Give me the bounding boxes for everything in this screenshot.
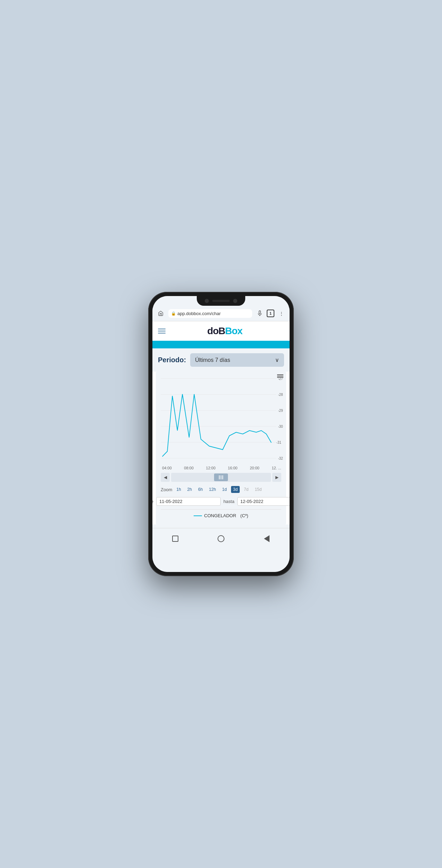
zoom-1d[interactable]: 1d — [220, 486, 229, 493]
phone-screen: 🔒 app.dobbox.com/char 1 ⋮ — [152, 296, 290, 572]
zoom-12h[interactable]: 12h — [207, 486, 218, 493]
from-date-input[interactable] — [156, 497, 221, 506]
svg-rect-0 — [259, 311, 261, 313]
svg-text:-29: -29 — [278, 409, 283, 413]
screen-content: 🔒 app.dobbox.com/char 1 ⋮ — [152, 296, 290, 572]
navigator: ◀ ▶ — [157, 471, 285, 484]
zoom-2h[interactable]: 2h — [185, 486, 194, 493]
x-axis-labels: 04:00 08:00 12:00 16:00 20:00 12. ... — [157, 465, 285, 471]
svg-text:-27: -27 — [278, 377, 283, 381]
square-nav-button[interactable] — [169, 532, 182, 545]
zoom-7d: 7d — [242, 486, 250, 493]
app-header: doBBox — [152, 321, 290, 341]
square-icon — [172, 536, 178, 542]
hamburger-menu[interactable] — [158, 329, 166, 333]
browser-bar: 🔒 app.dobbox.com/char 1 ⋮ — [152, 306, 290, 321]
x-label-4: 16:00 — [228, 466, 238, 470]
svg-text:-32: -32 — [278, 457, 283, 460]
nav-prev-button[interactable]: ◀ — [161, 473, 170, 482]
url-text: app.dobbox.com/char — [177, 311, 221, 316]
home-button[interactable] — [156, 309, 166, 318]
front-camera — [205, 299, 209, 303]
date-range-row: Desde hasta — [157, 495, 285, 508]
tab-count[interactable]: 1 — [267, 310, 274, 317]
triangle-icon — [264, 535, 269, 542]
legend-dash — [194, 515, 202, 516]
logo-b: B — [219, 326, 225, 336]
desde-label: Desde — [152, 499, 153, 504]
legend-item: CONGELADOR — [194, 513, 236, 518]
address-bar[interactable]: 🔒 app.dobbox.com/char — [168, 309, 252, 318]
period-label: Periodo: — [158, 356, 186, 364]
svg-text:-28: -28 — [278, 393, 283, 397]
lock-icon: 🔒 — [171, 311, 176, 316]
app-logo: doBBox — [166, 326, 284, 337]
nav-handle[interactable] — [214, 474, 228, 481]
logo-do: do — [207, 326, 218, 336]
period-select[interactable]: Últimos 7 días ∨ — [190, 353, 284, 367]
to-date-input[interactable] — [237, 497, 290, 506]
bottom-nav — [152, 528, 290, 549]
zoom-15d: 15d — [253, 486, 264, 493]
zoom-label: Zoom — [161, 487, 172, 492]
x-label-3: 12:00 — [206, 466, 216, 470]
chart-svg: -27 -28 -29 -30 -31 -32 — [157, 375, 285, 465]
chevron-down-icon: ∨ — [275, 357, 279, 363]
x-label-6: 12. ... — [272, 466, 281, 470]
sensor — [233, 299, 237, 303]
browser-actions: 1 ⋮ — [255, 309, 286, 318]
home-nav-button[interactable] — [215, 532, 227, 545]
circle-icon — [218, 535, 224, 542]
x-label-1: 04:00 — [162, 466, 172, 470]
notch — [197, 296, 245, 306]
phone-frame: 🔒 app.dobbox.com/char 1 ⋮ — [148, 292, 294, 576]
zoom-3d[interactable]: 3d — [231, 486, 240, 493]
back-nav-button[interactable] — [260, 532, 273, 545]
app-content: doBBox Periodo: Últimos 7 días ∨ — [152, 321, 290, 524]
svg-text:-30: -30 — [278, 425, 283, 428]
x-label-2: 08:00 — [184, 466, 194, 470]
cyan-banner — [152, 341, 290, 348]
legend-label: CONGELADOR — [204, 513, 236, 518]
legend-unit: (Cº) — [240, 513, 248, 518]
period-value: Últimos 7 días — [195, 357, 230, 363]
hasta-label: hasta — [223, 499, 235, 504]
speaker — [212, 300, 230, 302]
nav-handle-lines — [219, 475, 223, 479]
legend-row: CONGELADOR (Cº) — [161, 509, 281, 522]
x-label-5: 20:00 — [250, 466, 259, 470]
zoom-1h[interactable]: 1h — [174, 486, 183, 493]
chart-container: -27 -28 -29 -30 -31 -32 0 — [156, 372, 286, 524]
nav-track[interactable] — [171, 473, 271, 482]
microphone-button[interactable] — [255, 309, 265, 318]
svg-text:-31: -31 — [276, 441, 281, 444]
period-row: Periodo: Últimos 7 días ∨ — [152, 348, 290, 372]
logo-bbox: Box — [225, 326, 242, 336]
nav-next-button[interactable]: ▶ — [272, 473, 281, 482]
more-options-button[interactable]: ⋮ — [276, 309, 286, 318]
zoom-row: Zoom 1h 2h 6h 12h 1d 3d 7d 15d — [157, 484, 285, 495]
zoom-6h[interactable]: 6h — [196, 486, 205, 493]
chart-area: -27 -28 -29 -30 -31 -32 — [157, 375, 285, 465]
